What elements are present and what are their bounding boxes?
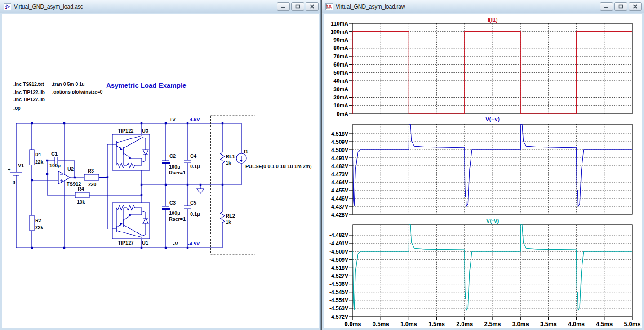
y-tick-label: -4.545V (329, 289, 348, 295)
net-vplus-value: 4.5V (190, 117, 200, 122)
v1-value: 9 (13, 180, 15, 185)
y-tick-label: 70mA (333, 54, 348, 60)
r2-name: R2 (35, 218, 41, 223)
trace-title: I(I1) (487, 16, 497, 23)
y-tick-label: 4.473V (331, 171, 348, 178)
plot-pane-V(-v)[interactable]: -4.482V-4.491V-4.500V-4.509V-4.518V-4.52… (329, 217, 632, 320)
c3-rser: Rser=1 (169, 216, 186, 222)
x-tick-label: 3.5ms (540, 321, 557, 327)
component-u1-tip127[interactable]: TIP127 U1 (112, 203, 150, 245)
component-c2[interactable]: C2 100µ Rser=1 (162, 153, 186, 175)
y-tick-label: 50mA (333, 70, 348, 76)
plot-pane-I(I1)[interactable]: 110mA100mA90mA80mA70mA60mA50mA40mA30mA20… (331, 16, 632, 117)
x-tick-label: 3.0ms (512, 321, 529, 327)
component-r2[interactable]: R2 22k (30, 215, 44, 231)
component-c1[interactable]: C1 100p (49, 151, 61, 168)
y-tick-label: -4.536V (329, 281, 348, 287)
component-c3[interactable]: C3 100µ Rser=1 (162, 200, 186, 222)
net-vplus: +V (169, 117, 176, 122)
window-title: Virtual_GND_asym_load.asc (14, 4, 277, 10)
net-vminus-value: -4.5V (188, 241, 200, 246)
schematic-file-icon (4, 3, 11, 10)
i1-value: PULSE(0 0.1 0 1u 1u 1m 2m) (245, 164, 312, 169)
component-c4[interactable]: C4 0.1µ (184, 153, 200, 169)
y-tick-label: -4.563V (329, 305, 348, 312)
y-tick-label: 100mA (331, 29, 349, 35)
schematic-canvas[interactable]: .inc TS912.txt .inc TIP122.lib .inc TIP1… (2, 14, 319, 328)
waveform-window: Virtual_GND_asym_load.raw 110mA100mA90mA… (322, 0, 644, 330)
rl2-value: 1k (226, 219, 231, 225)
c2-value: 100µ (169, 164, 180, 169)
y-tick-label: -4.482V (329, 232, 348, 238)
y-tick-label: 4.500V (331, 147, 348, 153)
y-tick-label: -4.500V (329, 249, 348, 255)
r3-value: 220 (88, 182, 96, 187)
y-tick-label: 110mA (331, 21, 348, 27)
c4-value: 0.1µ (190, 164, 200, 169)
x-tick-label: 1.0ms (400, 321, 417, 327)
y-tick-label: 4.428V (331, 212, 348, 218)
minimize-button[interactable] (600, 2, 613, 11)
x-tick-label: 4.5ms (596, 321, 613, 327)
component-c5[interactable]: C5 0.1µ (184, 200, 200, 217)
r1-name: R1 (35, 152, 41, 157)
y-tick-label: -4.518V (329, 265, 348, 271)
trace-title: V(-v) (486, 217, 499, 224)
minimize-button[interactable] (277, 2, 290, 11)
close-button[interactable] (629, 2, 642, 11)
directive-op: .op (13, 105, 21, 111)
r4-name: R4 (78, 186, 84, 192)
r4-value: 10k (77, 199, 85, 205)
x-tick-label: 0.0ms (345, 321, 361, 327)
y-tick-label: 4.464V (331, 179, 348, 186)
plot-area[interactable]: 110mA100mA90mA80mA70mA60mA50mA40mA30mA20… (324, 14, 642, 328)
plot-pane-V(+v)[interactable]: 4.518V4.509V4.500V4.491V4.482V4.473V4.46… (331, 116, 632, 218)
schematic-heading: Asymetric Load Example (106, 81, 186, 89)
y-tick-label: 60mA (333, 62, 348, 68)
opamp-input-signs (60, 174, 63, 182)
wires (16, 123, 241, 248)
y-tick-label: 4.446V (331, 196, 348, 202)
y-tick-label: 0mA (337, 111, 348, 117)
v1-name: V1 (18, 163, 24, 168)
c4-name: C4 (190, 153, 197, 159)
maximize-button[interactable] (614, 2, 627, 11)
component-r3[interactable]: R3 220 (84, 168, 99, 187)
directive-tran: .tran 0 5m 0 1u (52, 81, 85, 87)
y-tick-label: 4.455V (331, 187, 348, 194)
y-tick-label: 4.482V (331, 163, 348, 169)
component-r1[interactable]: R1 22k (30, 150, 44, 165)
waveform-titlebar[interactable]: Virtual_GND_asym_load.raw (322, 0, 644, 13)
c3-value: 100µ (169, 210, 180, 216)
y-tick-label: 20mA (333, 94, 348, 101)
r2-value: 22k (35, 225, 44, 230)
x-tick-label: 2.5ms (484, 321, 501, 327)
y-tick-label: 80mA (333, 45, 348, 51)
maximize-button[interactable] (291, 2, 304, 11)
component-u3-tip122[interactable]: TIP122 U3 (112, 128, 150, 170)
net-vminus: -V (173, 241, 178, 246)
x-tick-label: 2.0ms (456, 321, 473, 327)
directive-inc-tip122: .inc TIP122.lib (13, 89, 45, 95)
directive-options: .options plotwinsize=0 (52, 89, 102, 94)
close-button[interactable] (306, 2, 319, 11)
component-v1[interactable]: + V1 9 (8, 163, 24, 185)
y-tick-label: 4.518V (331, 131, 348, 137)
x-tick-label: 0.5ms (373, 321, 389, 327)
component-r4[interactable]: R4 10k (75, 186, 89, 205)
c5-value: 0.1µ (190, 211, 200, 217)
c2-rser: Rser=1 (169, 170, 186, 175)
x-tick-label: 4.0ms (568, 321, 585, 327)
c5-name: C5 (190, 200, 196, 205)
i1-name: I1 (244, 149, 248, 154)
rl1-name: RL1 (226, 154, 235, 159)
component-u2-opamp[interactable]: U2 TS912 (58, 166, 81, 187)
y-tick-label: 30mA (333, 86, 348, 93)
rl1-value: 1k (226, 160, 231, 165)
directive-inc-tip127: .inc TIP127.lib (13, 97, 45, 102)
schematic-titlebar[interactable]: Virtual_GND_asym_load.asc (0, 0, 320, 13)
x-axis: 0.0ms0.5ms1.0ms1.5ms2.0ms2.5ms3.0ms3.5ms… (345, 317, 641, 327)
y-tick-label: -4.527V (329, 273, 348, 279)
component-i1[interactable]: I1 PULSE(0 0.1 0 1u 1u 1m 2m) (236, 149, 312, 169)
y-tick-label: -4.491V (329, 241, 348, 247)
